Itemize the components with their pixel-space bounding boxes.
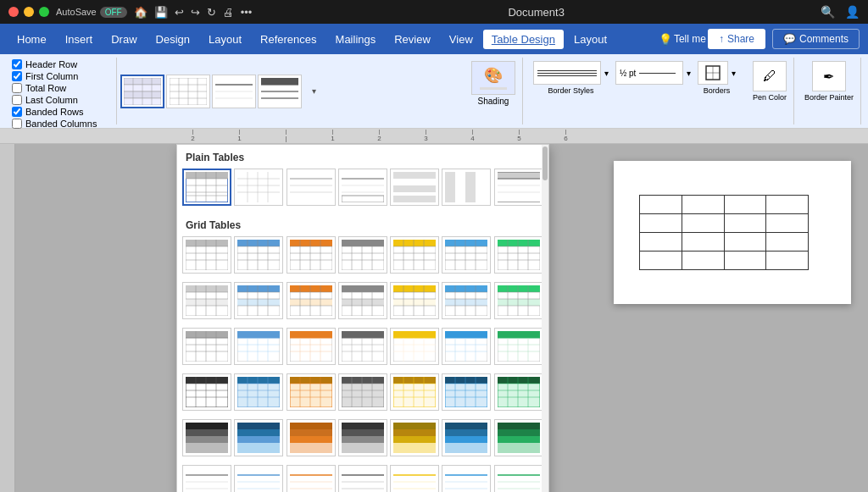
grid-table-4-4[interactable] — [338, 373, 387, 411]
grid-table-4-3[interactable] — [287, 373, 336, 411]
grid-table-1-6[interactable] — [442, 236, 491, 274]
plain-table-5[interactable] — [390, 169, 439, 206]
panel-scrollbar[interactable] — [542, 145, 548, 492]
banded-columns-input[interactable] — [12, 119, 22, 129]
grid-table-2-3[interactable] — [287, 282, 336, 319]
grid-table-6-2[interactable] — [234, 465, 283, 492]
grid-table-6-7[interactable] — [494, 465, 543, 492]
grid-table-1-7[interactable] — [494, 236, 543, 274]
panel-scrollbar-thumb[interactable] — [542, 146, 548, 180]
grid-table-5-1[interactable] — [182, 419, 231, 456]
total-row-input[interactable] — [12, 83, 22, 93]
grid-table-4-1[interactable] — [182, 373, 231, 411]
grid-table-4-7[interactable] — [494, 373, 543, 411]
border-painter-button[interactable]: ✒ — [812, 61, 846, 91]
comments-button[interactable]: 💬 Comments — [772, 29, 860, 49]
menu-table-design[interactable]: Table Design — [483, 30, 564, 49]
search-icon[interactable]: 🔍 — [821, 5, 835, 19]
style-thumb-1[interactable] — [120, 75, 164, 108]
grid-table-3-6[interactable] — [442, 328, 491, 365]
menu-home[interactable]: Home — [8, 30, 55, 49]
grid-table-3-7[interactable] — [494, 328, 543, 365]
grid-table-5-4[interactable] — [338, 419, 387, 456]
grid-table-1-3[interactable] — [287, 236, 336, 274]
grid-table-3-2[interactable] — [234, 328, 283, 365]
menu-layout[interactable]: Layout — [200, 30, 250, 49]
menu-mailings[interactable]: Mailings — [327, 30, 385, 49]
print-icon[interactable]: 🖨 — [223, 6, 234, 19]
grid-table-2-4[interactable] — [338, 282, 387, 319]
grid-table-4-5[interactable] — [390, 373, 439, 411]
menu-design[interactable]: Design — [147, 30, 198, 49]
banded-columns-checkbox[interactable]: Banded Columns — [12, 119, 111, 129]
pen-weight-chevron[interactable]: ▾ — [687, 69, 691, 78]
plain-table-6[interactable] — [442, 169, 491, 206]
total-row-checkbox[interactable]: Total Row — [12, 83, 111, 93]
last-column-input[interactable] — [12, 95, 22, 105]
gallery-expand-button[interactable]: ▾ — [307, 86, 320, 96]
plain-table-1[interactable] — [182, 169, 231, 206]
plain-table-4[interactable] — [338, 169, 387, 206]
refresh-icon[interactable]: ↻ — [207, 6, 216, 19]
grid-table-4-2[interactable] — [234, 373, 283, 411]
plain-table-3[interactable] — [287, 169, 336, 206]
profile-icon[interactable]: 👤 — [845, 5, 860, 19]
grid-table-5-6[interactable] — [442, 419, 491, 456]
grid-table-5-2[interactable] — [234, 419, 283, 456]
share-button[interactable]: ↑ Share — [708, 29, 765, 49]
pen-weight-dropdown[interactable]: ½ pt — [615, 61, 683, 85]
tell-me[interactable]: Tell me — [674, 33, 706, 45]
grid-table-6-6[interactable] — [442, 465, 491, 492]
border-styles-dropdown[interactable] — [533, 61, 601, 85]
help-icon[interactable]: 💡 — [659, 33, 672, 46]
more-icon[interactable]: ••• — [241, 6, 253, 19]
grid-table-2-7[interactable] — [494, 282, 543, 319]
grid-table-3-4[interactable] — [338, 328, 387, 365]
last-column-checkbox[interactable]: Last Column — [12, 95, 111, 105]
grid-table-6-4[interactable] — [338, 465, 387, 492]
style-thumb-2[interactable] — [166, 75, 210, 108]
borders-button[interactable] — [698, 61, 728, 85]
grid-table-6-5[interactable] — [390, 465, 439, 492]
borders-chevron[interactable]: ▾ — [732, 69, 736, 78]
menu-view[interactable]: View — [441, 30, 481, 49]
first-column-checkbox[interactable]: First Column — [12, 71, 111, 81]
grid-table-2-5[interactable] — [390, 282, 439, 319]
grid-table-3-5[interactable] — [390, 328, 439, 365]
grid-table-5-3[interactable] — [287, 419, 336, 456]
plain-table-2[interactable] — [234, 169, 283, 206]
banded-rows-checkbox[interactable]: Banded Rows — [12, 107, 111, 117]
home-icon[interactable]: 🏠 — [134, 6, 147, 19]
grid-table-1-4[interactable] — [338, 236, 387, 274]
close-button[interactable] — [8, 7, 19, 17]
menu-review[interactable]: Review — [386, 30, 439, 49]
menu-draw[interactable]: Draw — [103, 30, 145, 49]
grid-table-2-6[interactable] — [442, 282, 491, 319]
banded-rows-input[interactable] — [12, 107, 22, 117]
style-thumb-3[interactable] — [212, 75, 256, 108]
border-styles-chevron[interactable]: ▾ — [604, 69, 609, 78]
undo-icon[interactable]: ↩ — [175, 6, 184, 19]
grid-table-6-1[interactable] — [182, 465, 231, 492]
menu-insert[interactable]: Insert — [57, 30, 102, 49]
grid-table-1-5[interactable] — [390, 236, 439, 274]
autosave-toggle[interactable]: OFF — [100, 7, 127, 18]
pen-color-button[interactable]: 🖊 — [753, 61, 787, 91]
header-row-input[interactable] — [12, 59, 22, 69]
menu-references[interactable]: References — [252, 30, 325, 49]
shading-button[interactable]: 🎨 — [471, 61, 515, 95]
grid-table-3-1[interactable] — [182, 328, 231, 365]
style-thumb-4[interactable] — [258, 75, 302, 108]
grid-table-5-7[interactable] — [494, 419, 543, 456]
grid-table-6-3[interactable] — [287, 465, 336, 492]
header-row-checkbox[interactable]: Header Row — [12, 59, 111, 69]
grid-table-2-1[interactable] — [182, 282, 231, 319]
save-icon[interactable]: 💾 — [154, 6, 168, 19]
redo-icon[interactable]: ↪ — [191, 6, 200, 19]
grid-table-3-3[interactable] — [287, 328, 336, 365]
grid-table-5-5[interactable] — [390, 419, 439, 456]
grid-table-1-1[interactable] — [182, 236, 231, 274]
minimize-button[interactable] — [24, 7, 34, 17]
grid-table-4-6[interactable] — [442, 373, 491, 411]
plain-table-7[interactable] — [494, 169, 543, 206]
